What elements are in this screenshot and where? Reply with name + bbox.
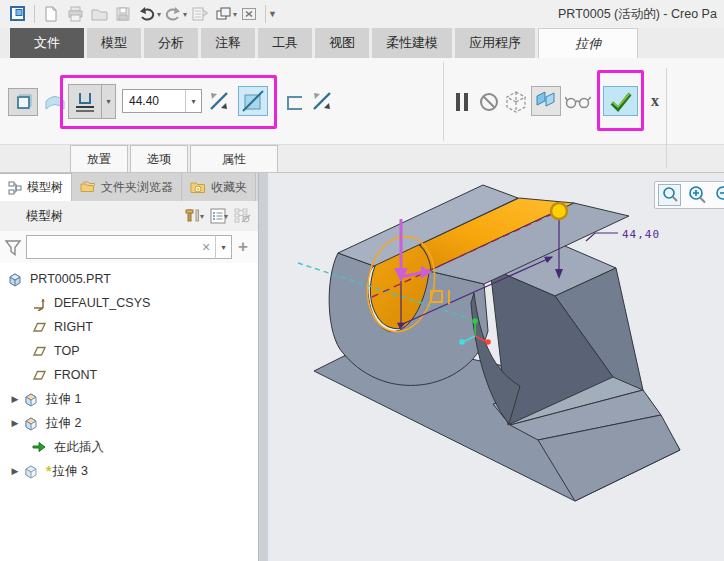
tree-row-extrude2[interactable]: ▶ 拉伸 2 xyxy=(0,411,258,435)
tree-row-part[interactable]: PRT0005.PRT xyxy=(0,267,258,291)
tree-filter-input[interactable] xyxy=(27,236,197,258)
tab-extrude-active[interactable]: 拉伸 xyxy=(538,28,638,58)
undo-dropdown[interactable]: ▾ xyxy=(157,10,161,19)
filter-funnel-icon xyxy=(4,239,22,256)
graphics-area[interactable]: 44,40 xyxy=(268,173,724,561)
print-button[interactable] xyxy=(64,3,86,25)
flip-material-side-button[interactable] xyxy=(309,88,335,114)
subtab-placement[interactable]: 放置 xyxy=(70,145,128,172)
tree-row-insert-here[interactable]: 在此插入 xyxy=(0,435,258,459)
expand-caret-icon[interactable]: ▶ xyxy=(8,466,22,476)
tree-filter-input-wrap: ✕ ▾ xyxy=(26,235,232,259)
save-button[interactable] xyxy=(112,3,134,25)
tab-model-tree[interactable]: 模型树 xyxy=(0,173,72,201)
no-preview-button[interactable] xyxy=(477,90,501,114)
windows-dropdown[interactable]: ▾ xyxy=(233,10,237,19)
model-tree-title: 模型树 xyxy=(26,208,178,225)
dashboard-subtabs: 放置 选项 属性 xyxy=(0,145,724,173)
tab-analysis[interactable]: 分析 xyxy=(144,28,198,58)
tab-flexible-modeling[interactable]: 柔性建模 xyxy=(372,28,452,58)
depth-value-combobox[interactable]: 44.40 ▾ xyxy=(122,89,202,113)
tree-show-icon xyxy=(234,208,252,224)
tree-tools-dropdown[interactable]: ▾ xyxy=(200,212,204,221)
model-tree-header: 模型树 ▾ ▾ xyxy=(0,201,258,231)
tree-row-right[interactable]: RIGHT xyxy=(0,315,258,339)
surface-icon xyxy=(44,93,66,111)
sketch-drag-handle[interactable] xyxy=(431,291,442,302)
depth-option-dropdown[interactable]: ▾ xyxy=(101,84,116,119)
tree-row-top[interactable]: TOP xyxy=(0,339,258,363)
regenerate-button[interactable] xyxy=(188,3,210,25)
tab-file[interactable]: 文件 xyxy=(10,28,84,58)
pause-button[interactable] xyxy=(453,89,471,115)
tab-tools[interactable]: 工具 xyxy=(258,28,312,58)
panel-splitter[interactable] xyxy=(258,173,268,561)
surface-button[interactable] xyxy=(42,91,68,113)
csys-icon xyxy=(30,295,48,311)
ok-button[interactable] xyxy=(603,86,638,116)
depth-value[interactable]: 44.40 xyxy=(123,90,185,112)
flip-depth-direction-button[interactable] xyxy=(206,88,232,114)
expand-caret-icon[interactable]: ▶ xyxy=(8,418,22,428)
subtab-options[interactable]: 选项 xyxy=(130,145,188,172)
extrude-icon xyxy=(22,463,40,479)
tab-model[interactable]: 模型 xyxy=(87,28,141,58)
wireframe-preview-button[interactable] xyxy=(503,89,529,115)
ok-check-icon xyxy=(608,90,634,112)
depth-dimension-label[interactable]: 44,40 xyxy=(622,228,660,241)
thicken-icon xyxy=(284,94,304,112)
titlebar: ▾ ▾ ▾ ▼ PRT0005 (活动的) - Creo Pa xyxy=(0,0,724,28)
filter-dropdown[interactable]: ▾ xyxy=(215,235,231,259)
open-button[interactable] xyxy=(88,3,110,25)
toolbar-overflow-dropdown[interactable]: ▼ xyxy=(268,9,277,19)
solid-button[interactable] xyxy=(8,88,38,116)
clear-x-icon[interactable]: ✕ xyxy=(197,241,215,254)
depth-drag-handle[interactable] xyxy=(551,203,567,219)
geometry-preview-button[interactable] xyxy=(531,86,561,116)
datum-plane-icon xyxy=(30,367,48,383)
tab-view[interactable]: 视图 xyxy=(315,28,369,58)
depth-value-dropdown[interactable]: ▾ xyxy=(185,90,201,112)
new-file-button[interactable] xyxy=(40,3,62,25)
model-tree: PRT0005.PRT DEFAULT_CSYS RIGHT xyxy=(0,263,258,561)
tab-folder-browser[interactable]: 文件夹浏览器 xyxy=(72,173,182,201)
tree-row-extrude3[interactable]: ▶ * 拉伸 3 xyxy=(0,459,258,483)
tree-show-button[interactable] xyxy=(234,208,252,224)
zoom-window-button[interactable] xyxy=(658,184,681,206)
tab-applications[interactable]: 应用程序 xyxy=(455,28,535,58)
redo-button[interactable] xyxy=(162,3,184,25)
zoom-out-button[interactable] xyxy=(712,184,724,206)
subtab-properties[interactable]: 属性 xyxy=(190,145,278,172)
depth-option-button[interactable] xyxy=(68,84,102,119)
zoom-in-button[interactable] xyxy=(685,184,708,206)
part-icon xyxy=(6,271,24,287)
add-filter-button[interactable]: + xyxy=(232,237,254,257)
tab-annotate[interactable]: 注释 xyxy=(201,28,255,58)
thicken-sketch-button[interactable] xyxy=(282,92,306,114)
editing-marker-icon: * xyxy=(46,463,51,479)
pause-icon xyxy=(455,91,469,113)
cancel-button[interactable]: x xyxy=(646,90,664,112)
tree-row-csys[interactable]: DEFAULT_CSYS xyxy=(0,291,258,315)
creo-window: ▾ ▾ ▾ ▼ PRT0005 (活动的) - Creo Pa 文件 模型 分析… xyxy=(0,0,724,561)
glasses-button[interactable] xyxy=(564,94,592,110)
tree-settings-dropdown[interactable]: ▾ xyxy=(224,212,228,221)
tab-favorites[interactable]: 收藏夹 xyxy=(182,173,256,201)
windows-button[interactable] xyxy=(212,3,234,25)
3d-model-viewport[interactable]: 44,40 xyxy=(268,173,724,561)
flip-direction-icon xyxy=(207,89,231,113)
cancel-x-icon: x xyxy=(651,92,659,110)
zoom-window-icon xyxy=(661,186,679,204)
tree-row-extrude1[interactable]: ▶ 拉伸 1 xyxy=(0,387,258,411)
remove-material-icon xyxy=(241,89,265,113)
expand-caret-icon[interactable]: ▶ xyxy=(8,394,22,404)
remove-material-button[interactable] xyxy=(238,86,268,116)
undo-button[interactable] xyxy=(136,3,158,25)
divider xyxy=(34,5,35,23)
divider xyxy=(265,5,266,23)
extrude-icon xyxy=(22,391,40,407)
redo-dropdown[interactable]: ▾ xyxy=(183,10,187,19)
app-icon[interactable] xyxy=(7,3,29,25)
close-window-button[interactable] xyxy=(238,3,260,25)
tree-row-front[interactable]: FRONT xyxy=(0,363,258,387)
